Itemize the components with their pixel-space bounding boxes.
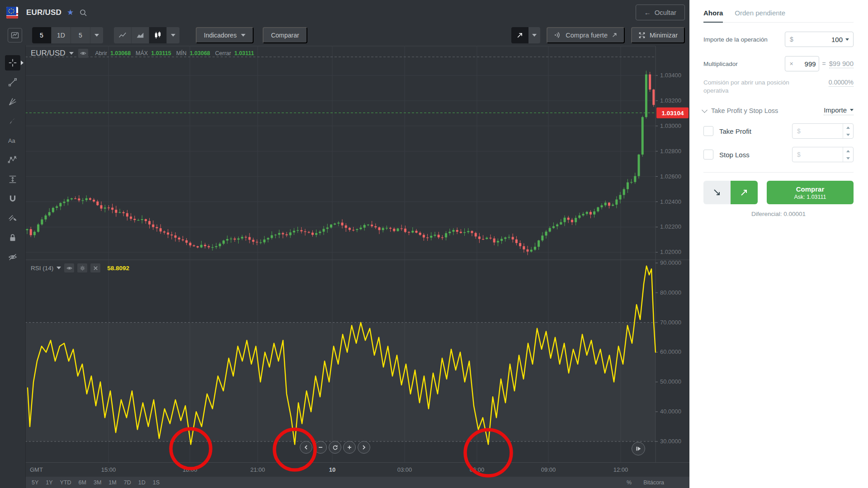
signal-icon <box>554 31 561 39</box>
tool-trend-line[interactable] <box>5 75 20 90</box>
rsi-dropdown[interactable]: RSI (14) <box>31 265 61 272</box>
candle-body <box>315 233 317 235</box>
minimize-button[interactable]: Minimizar <box>631 27 685 43</box>
multiplier-input[interactable] <box>793 60 819 68</box>
candle-body <box>497 241 499 242</box>
indicators-button[interactable]: Indicadores <box>196 27 254 43</box>
tool-magnet[interactable] <box>5 191 20 206</box>
take-profit-checkbox[interactable] <box>703 126 713 136</box>
favorite-star-icon[interactable]: ★ <box>67 8 74 17</box>
interval-button-1d[interactable]: 1D <box>52 27 71 43</box>
candle-body <box>471 231 473 233</box>
range-button-5Y[interactable]: 5Y <box>32 479 38 486</box>
candle-body <box>185 240 188 243</box>
range-button-1D[interactable]: 1D <box>138 479 146 486</box>
range-button-1M[interactable]: 1M <box>108 479 116 486</box>
interval-button-5m[interactable]: 5 <box>32 27 52 43</box>
rsi-remove-button[interactable] <box>90 263 100 272</box>
percent-scale-button[interactable]: % <box>627 479 632 486</box>
rsi-axis-label: 50.0000 <box>660 378 681 385</box>
rsi-settings-button[interactable] <box>77 263 87 272</box>
rsi-label: RSI (14) <box>31 265 53 272</box>
toggle-visibility-button[interactable] <box>78 49 88 58</box>
candle-body <box>597 207 599 211</box>
drawing-toolbar: Aa <box>0 45 26 488</box>
tool-hide-drawings[interactable] <box>5 249 20 265</box>
chevron-down-icon[interactable] <box>845 38 849 41</box>
tool-lock[interactable] <box>5 230 20 245</box>
candle-body <box>367 225 369 225</box>
tab-now[interactable]: Ahora <box>703 9 723 23</box>
candle-body <box>167 233 169 235</box>
chevron-down-icon[interactable] <box>702 107 708 113</box>
range-button-1S[interactable]: 1S <box>153 479 160 486</box>
trade-direction-dropdown[interactable] <box>528 27 540 43</box>
timezone-label[interactable]: GMT <box>30 466 43 473</box>
candle-body <box>604 202 607 205</box>
stop-loss-input[interactable] <box>793 147 843 162</box>
step-up-button[interactable] <box>843 147 853 155</box>
candle-body <box>337 223 340 224</box>
tool-crosshair[interactable] <box>5 55 20 70</box>
candle-body <box>148 221 151 225</box>
take-profit-input[interactable] <box>793 124 843 138</box>
rsi-visibility-button[interactable] <box>64 263 74 272</box>
range-button-7D[interactable]: 7D <box>124 479 131 486</box>
chevron-down-icon <box>94 34 99 37</box>
pan-right-button[interactable] <box>358 441 370 454</box>
tp-sl-mode-dropdown[interactable]: Importe <box>824 106 854 115</box>
hide-panel-button[interactable]: ← Ocultar <box>636 5 685 20</box>
candle-body <box>630 182 632 183</box>
tool-draw-mode[interactable] <box>5 211 20 226</box>
buy-direction-button[interactable] <box>731 181 758 204</box>
candle-body <box>397 229 399 231</box>
go-to-realtime-button[interactable] <box>632 442 645 455</box>
search-icon[interactable] <box>79 9 87 17</box>
tab-pending-order[interactable]: Orden pendiente <box>735 9 785 22</box>
line-chart-icon[interactable] <box>114 27 132 43</box>
tp-sl-title[interactable]: Take Profit y Stop Loss <box>711 107 778 114</box>
tool-pitchfork[interactable] <box>5 94 20 109</box>
signal-strong-buy-button[interactable]: Compra fuerte <box>547 27 625 43</box>
candle-body <box>552 226 555 228</box>
range-button-1Y[interactable]: 1Y <box>46 479 52 486</box>
range-button-YTD[interactable]: YTD <box>60 479 71 486</box>
divider <box>703 172 854 173</box>
range-button-3M[interactable]: 3M <box>94 479 101 486</box>
sell-direction-button[interactable] <box>703 181 731 204</box>
legend-symbol-dropdown[interactable]: EUR/USD <box>31 49 74 58</box>
step-up-button[interactable] <box>843 124 853 131</box>
candlestick-chart-icon[interactable] <box>149 27 167 43</box>
candle-body <box>141 219 143 220</box>
stop-loss-checkbox[interactable] <box>703 150 713 160</box>
step-down-button[interactable] <box>843 131 853 138</box>
commission-value[interactable]: 0.0000% <box>829 79 854 87</box>
multiplier-result[interactable]: $99 900 <box>829 60 854 68</box>
zoom-out-button[interactable] <box>314 441 327 454</box>
low-value: 1.03068 <box>190 50 210 56</box>
tool-projection[interactable] <box>5 172 20 187</box>
tool-text[interactable]: Aa <box>5 133 20 148</box>
area-chart-icon[interactable] <box>132 27 149 43</box>
tool-pattern[interactable] <box>5 152 20 168</box>
pan-left-button[interactable] <box>300 441 312 454</box>
eurusd-flag-icon <box>6 7 18 19</box>
tool-brush[interactable] <box>5 113 20 129</box>
range-button-6M[interactable]: 6M <box>79 479 86 486</box>
trade-up-arrow-icon[interactable] <box>511 27 528 43</box>
compare-button[interactable]: Comparar <box>263 27 307 43</box>
step-down-button[interactable] <box>843 155 853 162</box>
snapshot-icon[interactable] <box>8 28 22 42</box>
reset-zoom-button[interactable] <box>329 441 341 454</box>
chart-area[interactable]: 1.034001.032001.030001.028001.026001.024… <box>25 45 689 488</box>
chart-type-dropdown[interactable] <box>167 27 179 43</box>
amount-input[interactable] <box>793 36 845 43</box>
zoom-in-button[interactable] <box>343 441 356 454</box>
candle-body <box>549 228 551 232</box>
interval-dropdown[interactable] <box>90 27 103 43</box>
candle-body <box>267 238 269 239</box>
buy-button[interactable]: Comprar Ask: 1.03111 <box>767 181 854 204</box>
log-scale-button[interactable]: Bitácora <box>643 479 664 486</box>
interval-button-5[interactable]: 5 <box>71 27 90 43</box>
amount-input-box: $ <box>785 32 854 47</box>
